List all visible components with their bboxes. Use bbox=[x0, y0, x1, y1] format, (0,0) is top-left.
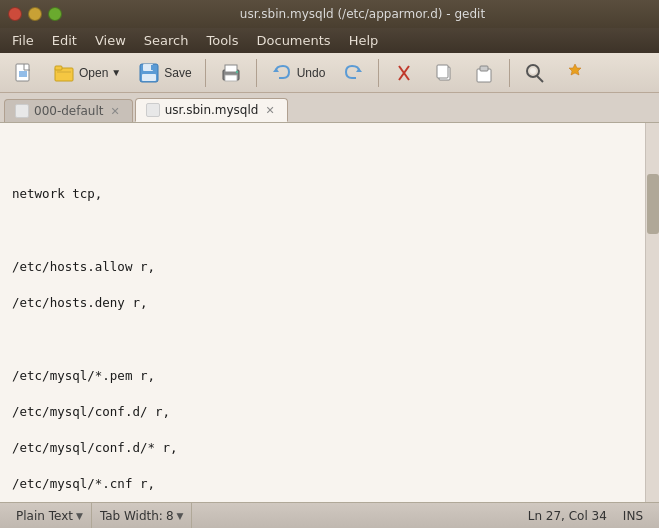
menu-bar: File Edit View Search Tools Documents He… bbox=[0, 28, 659, 53]
svg-rect-9 bbox=[142, 74, 156, 81]
status-bar: Plain Text ▼ Tab Width: 8 ▼ Ln 27, Col 3… bbox=[0, 502, 659, 528]
menu-help[interactable]: Help bbox=[341, 31, 387, 50]
separator-3 bbox=[378, 59, 379, 87]
tab-label-000-default: 000-default bbox=[34, 104, 103, 118]
svg-point-25 bbox=[530, 68, 536, 74]
tab-bar: 000-default ✕ usr.sbin.mysqld ✕ bbox=[0, 93, 659, 123]
toolbar: Open ▼ Save bbox=[0, 53, 659, 93]
tools-icon bbox=[563, 61, 587, 85]
tab-width-section: Tab Width: 8 ▼ bbox=[92, 503, 193, 528]
svg-line-24 bbox=[537, 76, 543, 82]
editor-line-2 bbox=[12, 222, 633, 240]
close-button[interactable] bbox=[8, 7, 22, 21]
menu-documents[interactable]: Documents bbox=[249, 31, 339, 50]
save-button[interactable]: Save bbox=[131, 58, 197, 88]
paste-icon bbox=[472, 61, 496, 85]
svg-rect-20 bbox=[437, 65, 448, 78]
language-dropdown[interactable]: Plain Text ▼ bbox=[16, 509, 83, 523]
tools-button[interactable] bbox=[557, 58, 593, 88]
search-icon bbox=[523, 61, 547, 85]
editor-line-8: /etc/mysql/conf.d/* r, bbox=[12, 439, 633, 457]
editor-line-4: /etc/hosts.deny r, bbox=[12, 294, 633, 312]
editor-line-9: /etc/mysql/*.cnf r, bbox=[12, 475, 633, 493]
tab-width-dropdown[interactable]: Tab Width: 8 ▼ bbox=[100, 509, 184, 523]
language-label: Plain Text bbox=[16, 509, 73, 523]
scrollbar[interactable] bbox=[645, 123, 659, 502]
tab-width-dropdown-arrow: ▼ bbox=[177, 511, 184, 521]
editor-line-5 bbox=[12, 330, 633, 348]
svg-rect-12 bbox=[225, 65, 237, 72]
tab-usr-sbin-mysqld[interactable]: usr.sbin.mysqld ✕ bbox=[135, 98, 288, 122]
open-label: Open bbox=[79, 66, 108, 80]
redo-icon bbox=[341, 61, 365, 85]
language-dropdown-arrow: ▼ bbox=[76, 511, 83, 521]
save-icon bbox=[137, 61, 161, 85]
print-icon bbox=[219, 61, 243, 85]
svg-marker-15 bbox=[273, 68, 279, 72]
menu-tools[interactable]: Tools bbox=[198, 31, 246, 50]
open-icon bbox=[52, 61, 76, 85]
window-title: usr.sbin.mysqld (/etc/apparmor.d) - gedi… bbox=[74, 7, 651, 21]
undo-button[interactable]: Undo bbox=[264, 58, 332, 88]
separator-2 bbox=[256, 59, 257, 87]
svg-point-14 bbox=[235, 70, 237, 72]
paste-button[interactable] bbox=[466, 58, 502, 88]
menu-file[interactable]: File bbox=[4, 31, 42, 50]
editor-line-1: network tcp, bbox=[12, 185, 633, 203]
redo-button[interactable] bbox=[335, 58, 371, 88]
save-label: Save bbox=[164, 66, 191, 80]
tab-file-icon bbox=[15, 104, 29, 118]
svg-rect-22 bbox=[480, 66, 488, 71]
undo-label: Undo bbox=[297, 66, 326, 80]
editor-container: network tcp, /etc/hosts.allow r, /etc/ho… bbox=[0, 123, 659, 502]
tab-file-icon-active bbox=[146, 103, 160, 117]
new-icon bbox=[12, 61, 36, 85]
tab-close-usr-sbin-mysqld[interactable]: ✕ bbox=[263, 104, 276, 117]
cut-button[interactable] bbox=[386, 58, 422, 88]
separator-1 bbox=[205, 59, 206, 87]
new-button[interactable] bbox=[6, 58, 42, 88]
menu-view[interactable]: View bbox=[87, 31, 134, 50]
position-section: Ln 27, Col 34 INS bbox=[192, 503, 651, 528]
tab-close-000-default[interactable]: ✕ bbox=[108, 105, 121, 118]
cut-icon bbox=[392, 61, 416, 85]
editor-line-0 bbox=[12, 149, 633, 167]
svg-rect-5 bbox=[55, 66, 62, 70]
print-button[interactable] bbox=[213, 58, 249, 88]
menu-edit[interactable]: Edit bbox=[44, 31, 85, 50]
svg-marker-16 bbox=[356, 68, 362, 72]
svg-rect-10 bbox=[151, 65, 153, 70]
title-bar: usr.sbin.mysqld (/etc/apparmor.d) - gedi… bbox=[0, 0, 659, 28]
scrollbar-thumb[interactable] bbox=[647, 174, 659, 234]
maximize-button[interactable] bbox=[48, 7, 62, 21]
copy-icon bbox=[432, 61, 456, 85]
open-button[interactable]: Open ▼ bbox=[46, 58, 127, 88]
editor-line-3: /etc/hosts.allow r, bbox=[12, 258, 633, 276]
editor-content[interactable]: network tcp, /etc/hosts.allow r, /etc/ho… bbox=[0, 123, 645, 502]
language-section: Plain Text ▼ bbox=[8, 503, 92, 528]
editor-line-7: /etc/mysql/conf.d/ r, bbox=[12, 403, 633, 421]
tab-000-default[interactable]: 000-default ✕ bbox=[4, 99, 133, 122]
tab-label-usr-sbin-mysqld: usr.sbin.mysqld bbox=[165, 103, 259, 117]
insert-mode: INS bbox=[623, 509, 643, 523]
cursor-position: Ln 27, Col 34 bbox=[528, 509, 607, 523]
editor-line-6: /etc/mysql/*.pem r, bbox=[12, 367, 633, 385]
copy-button[interactable] bbox=[426, 58, 462, 88]
undo-icon bbox=[270, 61, 294, 85]
search-button[interactable] bbox=[517, 58, 553, 88]
minimize-button[interactable] bbox=[28, 7, 42, 21]
open-dropdown-arrow[interactable]: ▼ bbox=[111, 67, 121, 78]
menu-search[interactable]: Search bbox=[136, 31, 197, 50]
svg-rect-13 bbox=[225, 75, 237, 81]
tab-width-label: Tab Width: bbox=[100, 509, 163, 523]
tab-width-value: 8 bbox=[166, 509, 174, 523]
separator-4 bbox=[509, 59, 510, 87]
